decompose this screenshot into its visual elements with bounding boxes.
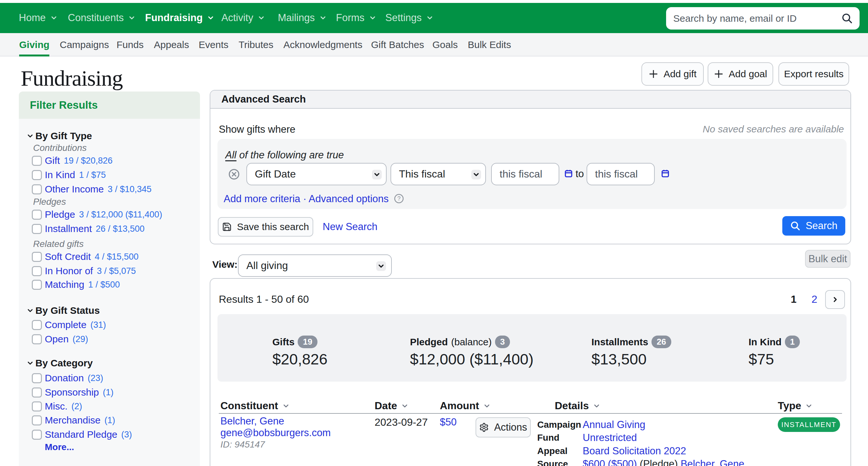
svg-text:?: ? <box>397 195 401 202</box>
